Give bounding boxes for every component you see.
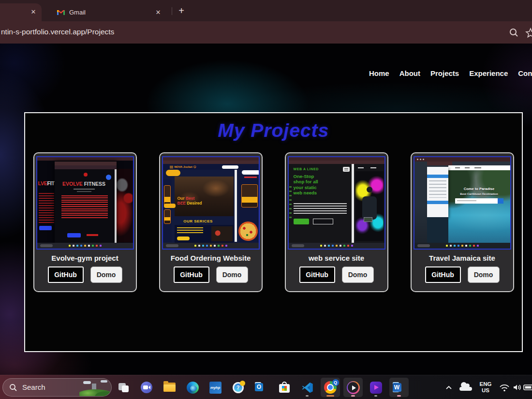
taskbar-icon-outlook[interactable]: O: [251, 378, 271, 397]
bookmark-star-icon[interactable]: [525, 28, 532, 38]
github-button[interactable]: GitHub: [48, 266, 84, 283]
project-title: Evolve-gym project: [51, 254, 118, 262]
tab-close-icon[interactable]: ✕: [29, 8, 38, 16]
taskbar-icon-vscode[interactable]: [297, 378, 317, 397]
tray-chevron-icon[interactable]: [441, 375, 457, 399]
project-card-travel: Come to Paradise Best Caribbean Destinat…: [411, 152, 514, 292]
project-title: web service site: [309, 254, 364, 262]
travel-thumbnail: Come to Paradise Best Caribbean Destinat…: [414, 156, 511, 250]
gmail-icon: [57, 10, 65, 15]
browser-address-bar: ntin-s-portfolio.vercel.app/Projects: [0, 21, 532, 44]
search-label: Search: [22, 383, 45, 391]
taskbar-icon-store[interactable]: [275, 378, 294, 397]
chrome-profile-badge: Q: [332, 379, 339, 386]
webpage: Home About Projects Experience Contact M…: [0, 44, 532, 375]
taskbar-icon-gethelp[interactable]: ?: [229, 378, 248, 397]
taskbar-icon-movies[interactable]: [366, 378, 385, 397]
taskbar-icon-chat[interactable]: [137, 378, 156, 397]
github-button[interactable]: GitHub: [425, 266, 461, 283]
url-text[interactable]: ntin-s-portfolio.vercel.app/Projects: [1, 28, 114, 36]
project-card-webservice: WEB A LINED One-Stop shop for all your s…: [285, 152, 388, 292]
food-thumbnail: NOVA Jocket 😋 Our Best BEE Desired: [162, 156, 260, 250]
webservice-thumbnail: WEB A LINED One-Stop shop for all your s…: [288, 156, 385, 250]
site-nav: Home About Projects Experience Contact: [369, 69, 532, 77]
project-card-food: NOVA Jocket 😋 Our Best BEE Desired: [159, 152, 263, 292]
taskbar-icon-word[interactable]: W: [389, 378, 409, 397]
taskbar-icon-chrome[interactable]: Q: [321, 378, 340, 397]
tab-gmail-label: Gmail: [69, 9, 154, 16]
zoom-search-icon[interactable]: [509, 28, 519, 38]
project-card-evolve: LVEFIT EVOLVE FITNESS: [33, 152, 137, 292]
taskbar-icon-taskview[interactable]: [114, 378, 133, 397]
new-tab-button[interactable]: +: [175, 5, 188, 17]
taskbar-icon-edge[interactable]: [183, 378, 202, 397]
demo-button[interactable]: Domo: [468, 266, 500, 283]
nav-contact[interactable]: Contact: [518, 69, 532, 77]
project-title: Travel Jamaica site: [429, 254, 495, 262]
page-title: My Projects: [25, 120, 522, 141]
lang-line1: ENG: [480, 381, 492, 387]
nav-projects[interactable]: Projects: [430, 69, 459, 77]
search-weather-image: [79, 379, 111, 397]
windows-taskbar: Search myhp ? O: [0, 375, 532, 399]
search-icon: [9, 384, 17, 392]
tray-battery-icon[interactable]: [523, 375, 532, 399]
github-button[interactable]: GitHub: [299, 266, 335, 283]
projects-panel: My Projects LVEFIT EVOLVE FITNESS: [24, 112, 523, 352]
nav-home[interactable]: Home: [369, 69, 389, 77]
project-title: Food Ordering Website: [171, 254, 251, 262]
lang-line2: US: [482, 387, 489, 394]
taskbar-icon-mediaplayer[interactable]: [343, 378, 363, 397]
taskbar-icon-myhp[interactable]: myhp: [206, 378, 225, 397]
tab-divider: [172, 7, 172, 15]
tray-language-indicator[interactable]: ENG US: [476, 375, 495, 399]
tray-wifi-icon[interactable]: [497, 375, 512, 399]
demo-button[interactable]: Domo: [90, 266, 122, 283]
nav-experience[interactable]: Experience: [469, 69, 508, 77]
screen: ✕ Gmail ✕ + ntin-s-portfolio.vercel.app/…: [0, 0, 532, 399]
nav-about[interactable]: About: [399, 69, 420, 77]
project-cards: LVEFIT EVOLVE FITNESS: [25, 152, 522, 292]
tab-gmail[interactable]: Gmail ✕: [48, 3, 167, 21]
tab-active[interactable]: ✕: [0, 3, 42, 21]
evolve-thumbnail: LVEFIT EVOLVE FITNESS: [36, 156, 134, 250]
demo-button[interactable]: Domo: [342, 266, 374, 283]
taskbar-search[interactable]: Search: [2, 378, 112, 397]
tray-volume-icon[interactable]: [511, 375, 524, 399]
tab-gmail-close-icon[interactable]: ✕: [154, 8, 163, 17]
taskbar-icon-explorer[interactable]: [160, 378, 179, 397]
browser-tab-bar: ✕ Gmail ✕ +: [0, 0, 532, 21]
github-button[interactable]: GitHub: [174, 266, 209, 283]
demo-button[interactable]: Domo: [216, 266, 248, 283]
tray-onedrive-icon[interactable]: [458, 375, 474, 399]
